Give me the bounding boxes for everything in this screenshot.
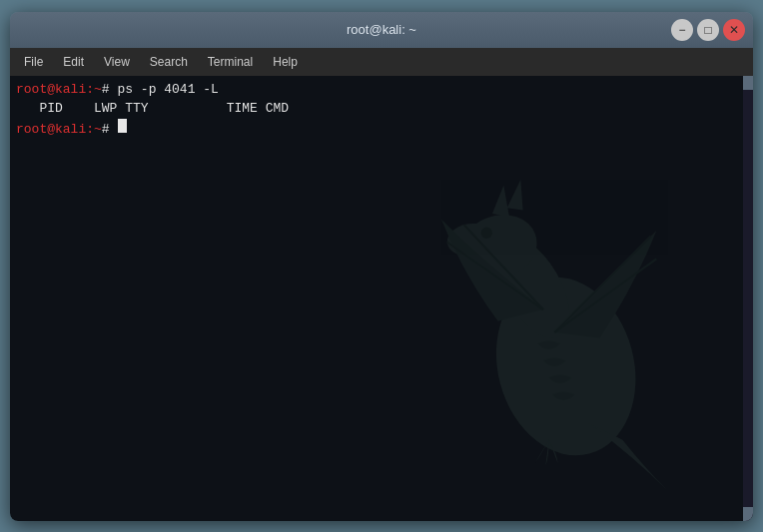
maximize-button[interactable]: □ <box>697 19 719 41</box>
terminal-window: root@kali: ~ − □ ✕ File Edit View Search… <box>10 12 753 521</box>
window-controls: − □ ✕ <box>671 19 745 41</box>
menu-view[interactable]: View <box>94 53 140 71</box>
close-button[interactable]: ✕ <box>723 19 745 41</box>
close-icon: ✕ <box>729 23 739 37</box>
titlebar: root@kali: ~ − □ ✕ <box>10 12 753 48</box>
prompt-user-current: root@kali <box>16 120 86 140</box>
maximize-icon: □ <box>704 23 711 37</box>
menu-search[interactable]: Search <box>140 53 198 71</box>
prompt-symbol-1: # <box>102 80 118 100</box>
terminal-line-1: root@kali:~# ps -p 4041 -L <box>16 80 747 100</box>
menu-file[interactable]: File <box>14 53 53 71</box>
terminal-content: root@kali:~# ps -p 4041 -L PID LWP TTY T… <box>10 76 753 144</box>
scrollbar-thumb-bottom[interactable] <box>743 507 753 521</box>
terminal-output-1: PID LWP TTY TIME CMD <box>16 99 747 119</box>
svg-marker-5 <box>492 185 509 217</box>
menubar: File Edit View Search Terminal Help <box>10 48 753 76</box>
window-title: root@kali: ~ <box>347 22 416 37</box>
output-text-1: PID LWP TTY TIME CMD <box>16 99 289 119</box>
command-1: ps -p 4041 -L <box>117 80 218 100</box>
terminal-line-current: root@kali:~# <box>16 119 747 140</box>
terminal-cursor <box>118 119 127 133</box>
svg-point-4 <box>481 227 492 238</box>
terminal-body[interactable]: root@kali:~# ps -p 4041 -L PID LWP TTY T… <box>10 76 753 521</box>
minimize-button[interactable]: − <box>671 19 693 41</box>
minimize-icon: − <box>678 23 685 37</box>
prompt-user-1: root@kali <box>16 80 86 100</box>
prompt-symbol-current: # <box>102 120 118 140</box>
svg-marker-6 <box>507 180 523 211</box>
prompt-path-1: :~ <box>86 80 102 100</box>
prompt-path-current: :~ <box>86 120 102 140</box>
menu-terminal[interactable]: Terminal <box>198 53 263 71</box>
menu-edit[interactable]: Edit <box>53 53 94 71</box>
kali-dragon-logo <box>374 163 713 502</box>
menu-help[interactable]: Help <box>263 53 308 71</box>
